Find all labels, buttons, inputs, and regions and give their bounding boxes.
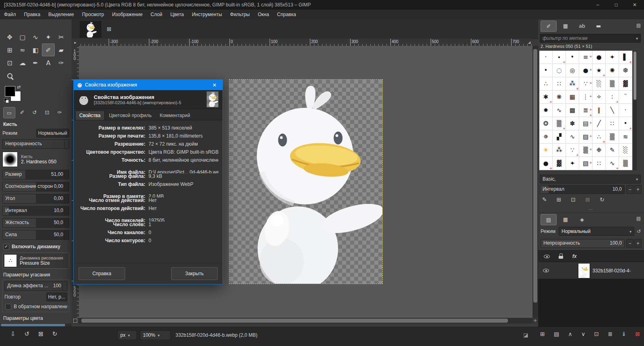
swap-colors-icon[interactable]: ⇄ xyxy=(17,84,21,90)
brush-cell[interactable]: ▒ xyxy=(606,77,619,91)
dock-handle-icon[interactable]: ⋯ xyxy=(538,207,644,212)
brush-cell[interactable]: ▞ xyxy=(553,130,566,144)
brush-cell[interactable]: ▒ xyxy=(553,117,566,130)
opacity-increase-button[interactable]: + xyxy=(634,239,642,248)
text-tool[interactable]: A xyxy=(42,56,55,69)
menu-filters[interactable]: Фильтры xyxy=(226,10,254,19)
brush-cell[interactable]: ✹ xyxy=(539,104,553,117)
brush-cell[interactable]: ▤ xyxy=(579,117,592,130)
brush-cell[interactable]: ▓ xyxy=(553,157,566,170)
spacing-increase-button[interactable]: + xyxy=(634,185,642,194)
fuzzy-select-tool[interactable]: ✦ xyxy=(42,31,55,43)
paintbrush-tool[interactable]: ✐ xyxy=(42,43,55,56)
hardness-slider[interactable]: Жёсткость50,0 xyxy=(2,218,69,228)
brush-cell[interactable]: ∵ xyxy=(566,144,579,157)
zoom-follow-window-icon[interactable]: ◢ xyxy=(526,39,533,46)
brush-cell[interactable]: ✱ xyxy=(539,91,553,104)
brush-select[interactable]: Кисть 2. Hardness 050 xyxy=(2,151,69,167)
brush-cell[interactable]: ∥ xyxy=(592,104,606,117)
brush-grid-scrollbar[interactable] xyxy=(633,51,637,170)
reset-icon[interactable]: ↻ xyxy=(52,330,58,338)
brush-cell[interactable]: ❆ xyxy=(619,64,632,77)
new-group-icon[interactable]: ▤ xyxy=(554,331,559,337)
brush-cell[interactable]: ¨ xyxy=(619,91,632,104)
lock-icon[interactable] xyxy=(559,253,564,259)
menu-file[interactable]: Файл xyxy=(0,10,20,19)
quick-mask-button[interactable] xyxy=(72,318,79,323)
navigation-button[interactable]: ✛ xyxy=(533,318,538,323)
brush-cell[interactable]: ❋ xyxy=(553,91,566,104)
zoom-tool[interactable] xyxy=(3,69,16,82)
spacing-slider[interactable]: Интервал10,0 xyxy=(2,206,69,216)
angle-slider[interactable]: Угол0,00 xyxy=(2,194,69,204)
unit-select[interactable]: px ▾ xyxy=(118,330,137,340)
color-picker-tool[interactable]: ✑ xyxy=(55,56,68,69)
tab-undo-history[interactable]: ↺ xyxy=(29,107,40,117)
brush-cell[interactable]: ≡ xyxy=(579,51,592,64)
minimize-button[interactable]: – xyxy=(588,0,607,10)
layers-list-empty[interactable] xyxy=(538,279,644,327)
brush-cell[interactable]: ★ xyxy=(592,64,606,77)
tab-fonts[interactable]: ab xyxy=(574,21,590,31)
layer-mode-reset-icon[interactable]: ↺ xyxy=(637,229,641,234)
brush-cell[interactable]: ◎ xyxy=(566,64,579,77)
menu-layer[interactable]: Слой xyxy=(147,10,166,19)
delete-icon[interactable]: ⊠ xyxy=(38,330,43,338)
move-tool[interactable]: ✥ xyxy=(3,31,16,43)
repeat-select[interactable]: Нет, р... xyxy=(46,292,67,301)
opacity-slider[interactable]: Непрозрачность xyxy=(2,139,69,149)
brush-cell[interactable]: ▒ xyxy=(606,130,619,144)
menu-edit[interactable]: Правка xyxy=(20,10,45,19)
ruler-menu-button[interactable]: ▸ xyxy=(72,39,79,46)
bucket-fill-tool[interactable]: ◧ xyxy=(29,43,42,56)
brush-cell[interactable]: ◌ xyxy=(553,64,566,77)
free-select-tool[interactable]: ∿ xyxy=(29,31,42,43)
brush-cell[interactable]: ✦ xyxy=(566,157,579,170)
save-icon[interactable]: ⇩ xyxy=(10,330,16,338)
maximize-button[interactable]: □ xyxy=(607,0,625,10)
brush-cell[interactable]: ∶ xyxy=(606,91,619,104)
brush-cell[interactable]: ∷ xyxy=(606,117,619,130)
crop-tool[interactable]: ✂ xyxy=(55,31,68,43)
brush-cell[interactable]: ✺ xyxy=(606,64,619,77)
fade-length-slider[interactable]: Длина эффекта ... 100 xyxy=(4,281,67,291)
refresh-brushes-icon[interactable]: ↻ xyxy=(600,196,605,203)
dialog-tab-comment[interactable]: Комментарий xyxy=(156,111,194,120)
tab-gradients[interactable]: ▬ xyxy=(591,21,606,31)
eraser-tool[interactable]: ▰ xyxy=(55,43,68,56)
zoom-select[interactable]: 100% ▾ xyxy=(140,330,171,340)
new-layer-icon[interactable]: ⊞ xyxy=(540,331,545,337)
brush-filter-input[interactable]: фильтр по меткам ▾ xyxy=(540,34,641,43)
dynamics-checkbox[interactable]: ✓ xyxy=(3,244,9,250)
layer-opacity-slider[interactable]: Непрозрачность 100,0 xyxy=(541,239,625,248)
dock-menu-icon[interactable]: ▤ xyxy=(636,23,641,28)
brush-spacing-slider[interactable]: Интервал 10,0 xyxy=(540,185,625,194)
force-slider[interactable]: Сила50,0 xyxy=(2,230,69,240)
dialog-titlebar[interactable]: Свойства изображения ✕ xyxy=(74,80,223,90)
brush-cell[interactable]: ✧ xyxy=(592,91,606,104)
foreground-color-swatch[interactable] xyxy=(5,86,15,97)
brush-cell[interactable]: ∴ xyxy=(592,130,606,144)
aspect-ratio-slider[interactable]: Соотношение сторон0,00 xyxy=(2,182,69,192)
delete-brush-icon[interactable]: ⊠ xyxy=(585,196,590,203)
image-preview-icon[interactable]: ◪ xyxy=(523,332,528,338)
brush-cell[interactable]: ▦ xyxy=(566,91,579,104)
layer-mode-select[interactable]: Нормальный ▾ xyxy=(559,227,634,236)
horizontal-scrollbar[interactable] xyxy=(79,318,533,323)
brush-cell[interactable]: ∙ xyxy=(553,51,566,64)
default-colors-icon[interactable] xyxy=(4,98,9,103)
dialog-tab-color-profile[interactable]: Цветовой профиль xyxy=(105,111,155,120)
menu-tools[interactable]: Инструменты xyxy=(188,10,226,19)
smudge-tool[interactable]: ☁ xyxy=(16,56,29,69)
color-selector[interactable]: ⇄ xyxy=(4,85,26,104)
revert-icon[interactable]: ↺ xyxy=(25,330,30,338)
dynamics-select[interactable]: ∴ Динамика рисования Pressure Size xyxy=(2,253,69,269)
menu-image[interactable]: Изображение xyxy=(108,10,147,19)
brush-cell[interactable]: ● xyxy=(592,51,606,64)
brush-cell[interactable]: ╲ xyxy=(606,104,619,117)
brush-cell[interactable]: ⋮ xyxy=(579,91,592,104)
brush-cell[interactable]: ❂ xyxy=(539,117,553,130)
brush-cell[interactable]: ⁂ xyxy=(566,77,579,91)
horizontal-ruler[interactable]: ◢ -300-200-1000100200300400500600700 xyxy=(79,39,533,46)
brush-cell[interactable]: ∿ xyxy=(606,157,619,170)
